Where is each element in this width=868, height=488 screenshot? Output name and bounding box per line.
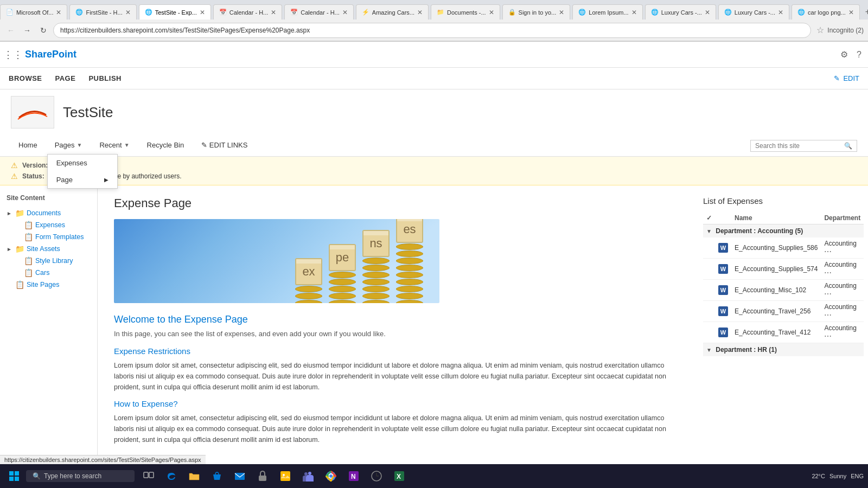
sidebar-title: Site Content xyxy=(7,194,91,202)
back-button[interactable]: ← xyxy=(4,24,17,37)
dropdown-item-page[interactable]: Page ▶ xyxy=(48,171,117,188)
expense-name[interactable]: E_Accounting_Travel_256 xyxy=(731,301,821,322)
dept-group-header-1[interactable]: ▼ Department : HR (1) xyxy=(703,343,864,357)
dept-toggle-icon[interactable]: ▼ xyxy=(706,228,712,234)
svg-point-10 xyxy=(308,472,311,475)
waffle-menu-button[interactable]: ⋮⋮ xyxy=(7,48,20,61)
browser-tab-tab10[interactable]: 🌐Luxury Cars -...✕ xyxy=(645,4,716,20)
dropdown-item-expenses[interactable]: Expenses xyxy=(48,155,117,171)
page-button[interactable]: PAGE xyxy=(55,74,76,82)
sidebar-item-site-assets[interactable]: ► 📁 Site Assets xyxy=(7,243,91,255)
taskbar-app-store[interactable] xyxy=(207,466,227,486)
tab-close-button[interactable]: ✕ xyxy=(56,9,61,16)
browse-button[interactable]: BROWSE xyxy=(9,74,42,82)
dept-group-header-0[interactable]: ▼ Department : Accounting (5) xyxy=(703,224,864,238)
sidebar-item-documents[interactable]: ► 📁 Documents xyxy=(7,207,91,219)
taskbar-app-edge[interactable] xyxy=(162,466,181,486)
browser-tab-tab6[interactable]: ⚡Amazing Cars...✕ xyxy=(356,4,429,20)
taskbar-app-mail[interactable] xyxy=(230,466,250,486)
browser-tab-tab7[interactable]: 📁Documents -...✕ xyxy=(431,4,500,20)
browser-tab-tab4[interactable]: 📅Calendar - H...✕ xyxy=(213,4,283,20)
taskbar-app-clock[interactable] xyxy=(367,466,386,486)
tab-close-button[interactable]: ✕ xyxy=(417,9,423,16)
taskbar-app-explorer[interactable] xyxy=(184,466,204,486)
tab-favicon: 🌐 xyxy=(651,9,659,16)
page-title: Expense Page xyxy=(114,196,678,210)
taskbar-app-excel[interactable]: X xyxy=(390,466,409,486)
bookmark-button[interactable]: ☆ xyxy=(816,25,824,35)
sidebar-item-site-pages[interactable]: 📋 Site Pages xyxy=(7,279,91,291)
tab-close-button[interactable]: ✕ xyxy=(200,9,205,16)
site-search-box[interactable]: 🔍 xyxy=(750,140,857,152)
start-button[interactable] xyxy=(4,466,24,486)
search-icon[interactable]: 🔍 xyxy=(844,142,852,150)
hero-image: expenses xyxy=(114,219,439,303)
tab-label: TestSite - Exp... xyxy=(155,9,197,16)
browser-tab-tab2[interactable]: 🌐FirstSite - H...✕ xyxy=(69,4,136,20)
tab-close-button[interactable]: ✕ xyxy=(125,9,131,16)
forward-button[interactable]: → xyxy=(21,24,34,37)
tab-close-button[interactable]: ✕ xyxy=(342,9,348,16)
expense-more-button[interactable]: ⋯ xyxy=(824,290,832,298)
expand-icon[interactable]: ► xyxy=(7,210,13,216)
browser-tab-tab5[interactable]: 📅Calendar - H...✕ xyxy=(284,4,354,20)
sidebar-icon: 📋 xyxy=(24,268,33,277)
help-icon[interactable]: ? xyxy=(857,50,861,60)
edit-button[interactable]: ✎ EDIT xyxy=(834,74,859,82)
expand-icon[interactable]: ► xyxy=(7,246,13,252)
sidebar-item-form-templates[interactable]: 📋 Form Templates xyxy=(7,231,91,243)
tab-close-button[interactable]: ✕ xyxy=(559,9,564,16)
nav-edit-links[interactable]: ✎ EDIT LINKS xyxy=(194,137,255,155)
coin xyxy=(396,251,423,257)
browser-tab-tab12[interactable]: 🌐car logo png...✕ xyxy=(792,4,860,20)
site-search-input[interactable] xyxy=(755,142,842,150)
settings-icon[interactable]: ⚙ xyxy=(840,49,848,60)
sidebar-item-expenses[interactable]: 📋 Expenses xyxy=(7,219,91,231)
taskbar-app-chrome[interactable] xyxy=(321,466,341,486)
nav-home[interactable]: Home xyxy=(11,137,45,155)
taskbar-app-lock[interactable] xyxy=(253,466,272,486)
tab-close-button[interactable]: ✕ xyxy=(848,9,854,16)
browser-tab-tab8[interactable]: 🔒Sign in to yo...✕ xyxy=(502,4,571,20)
refresh-button[interactable]: ↻ xyxy=(37,24,50,37)
coin xyxy=(362,258,390,264)
new-tab-button[interactable]: + xyxy=(861,4,868,20)
expense-name[interactable]: E_Accounting_Supplies_574 xyxy=(731,259,821,280)
letter-block-0: ex xyxy=(295,258,322,285)
tab-close-button[interactable]: ✕ xyxy=(271,9,276,16)
tab-close-button[interactable]: ✕ xyxy=(631,9,637,16)
expense-file-icon: W xyxy=(715,259,731,280)
tab-close-button[interactable]: ✕ xyxy=(489,9,494,16)
nav-pages[interactable]: Pages ▼ Expenses Page ▶ xyxy=(47,137,90,155)
tab-close-button[interactable]: ✕ xyxy=(778,9,783,16)
expense-more-button[interactable]: ⋯ xyxy=(824,247,832,256)
sidebar-item-style-library[interactable]: 📋 Style Library xyxy=(7,255,91,267)
dept-toggle-icon[interactable]: ▼ xyxy=(706,347,712,353)
sidebar-item-cars[interactable]: 📋 Cars xyxy=(7,267,91,279)
publish-button[interactable]: PUBLISH xyxy=(88,74,122,82)
browser-tab-tab1[interactable]: 📄Microsoft Of...✕ xyxy=(0,4,67,20)
expense-name[interactable]: E_Accounting_Travel_412 xyxy=(731,322,821,343)
taskbar-search[interactable]: 🔍 Type here to search xyxy=(26,470,135,482)
nav-recent[interactable]: Recent ▼ xyxy=(92,137,137,155)
taskbar-app-taskview[interactable] xyxy=(139,466,158,486)
tab-favicon: 🌐 xyxy=(797,9,805,16)
expense-department: Accounting ⋯ xyxy=(821,280,864,301)
welcome-title: Welcome to the Expense Page xyxy=(114,314,678,325)
taskbar-app-teams[interactable] xyxy=(298,466,318,486)
incognito-label: Incognito (2) xyxy=(827,27,864,34)
browser-tab-tab9[interactable]: 🌐Lorem Ipsum...✕ xyxy=(572,4,642,20)
expense-more-button[interactable]: ⋯ xyxy=(824,268,832,277)
expense-more-button[interactable]: ⋯ xyxy=(824,311,832,319)
tab-close-button[interactable]: ✕ xyxy=(705,9,710,16)
expense-more-button[interactable]: ⋯ xyxy=(824,332,832,341)
taskbar-app-onenote[interactable]: N xyxy=(344,466,363,486)
url-bar[interactable]: https://citizenbuilders.sharepoint.com/s… xyxy=(53,23,811,38)
expense-name[interactable]: E_Accounting_Supplies_586 xyxy=(731,237,821,259)
taskbar-app-photos[interactable] xyxy=(276,466,295,486)
browser-tab-tab11[interactable]: 🌐Luxury Cars -...✕ xyxy=(718,4,789,20)
sidebar-item-label: Style Library xyxy=(35,257,73,265)
expense-name[interactable]: E_Accounting_Misc_102 xyxy=(731,280,821,301)
browser-tab-tab3[interactable]: 🌐TestSite - Exp...✕ xyxy=(139,4,211,20)
nav-recycle-bin[interactable]: Recycle Bin xyxy=(139,137,192,155)
